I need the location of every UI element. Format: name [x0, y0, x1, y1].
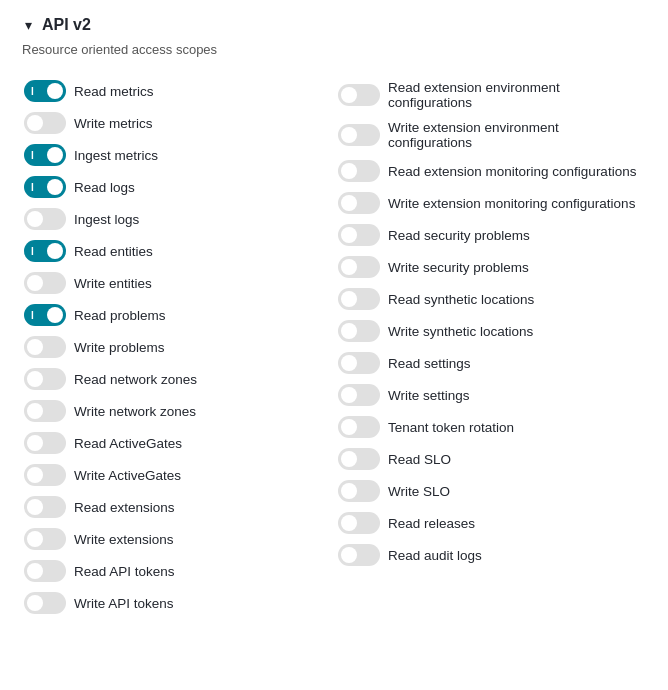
scope-label-write-network-zones: Write network zones: [74, 404, 196, 419]
toggle-switch[interactable]: [24, 560, 66, 582]
toggle-switch[interactable]: [24, 368, 66, 390]
toggle-switch[interactable]: [338, 320, 380, 342]
scope-item-read-ext-env-configs: Read extension environment configuration…: [334, 75, 648, 115]
scope-item-write-network-zones: Write network zones: [20, 395, 334, 427]
scope-item-tenant-token-rotation: Tenant token rotation: [334, 411, 648, 443]
scope-label-write-ext-env-configs: Write extension environment configuratio…: [388, 120, 644, 150]
left-column: Read metricsWrite metricsIngest metricsR…: [20, 75, 334, 619]
scope-label-write-security-problems: Write security problems: [388, 260, 529, 275]
toggle-switch[interactable]: [338, 160, 380, 182]
toggle-switch[interactable]: [24, 464, 66, 486]
scope-item-read-security-problems: Read security problems: [334, 219, 648, 251]
toggle-switch[interactable]: [338, 84, 380, 106]
scope-label-write-settings: Write settings: [388, 388, 470, 403]
toggle-switch[interactable]: [24, 272, 66, 294]
scope-item-write-activegates: Write ActiveGates: [20, 459, 334, 491]
toggle-switch[interactable]: [24, 304, 66, 326]
scope-item-read-logs: Read logs: [20, 171, 334, 203]
scope-label-write-activegates: Write ActiveGates: [74, 468, 181, 483]
section-title: API v2: [42, 16, 91, 34]
scope-label-read-network-zones: Read network zones: [74, 372, 197, 387]
scope-item-write-api-tokens: Write API tokens: [20, 587, 334, 619]
scope-item-read-network-zones: Read network zones: [20, 363, 334, 395]
chevron-icon: ▾: [20, 17, 36, 33]
scope-item-read-problems: Read problems: [20, 299, 334, 331]
toggle-switch[interactable]: [338, 448, 380, 470]
toggle-switch[interactable]: [24, 336, 66, 358]
scope-item-read-metrics: Read metrics: [20, 75, 334, 107]
toggle-switch[interactable]: [24, 80, 66, 102]
right-column: Read extension environment configuration…: [334, 75, 648, 619]
toggle-switch[interactable]: [338, 544, 380, 566]
scope-item-write-metrics: Write metrics: [20, 107, 334, 139]
scope-label-write-problems: Write problems: [74, 340, 165, 355]
scope-label-write-extensions: Write extensions: [74, 532, 174, 547]
section-subtitle: Resource oriented access scopes: [20, 42, 648, 57]
scope-label-write-slo: Write SLO: [388, 484, 450, 499]
toggle-switch[interactable]: [24, 144, 66, 166]
scope-label-read-problems: Read problems: [74, 308, 166, 323]
toggle-switch[interactable]: [338, 256, 380, 278]
scope-label-write-api-tokens: Write API tokens: [74, 596, 174, 611]
toggle-switch[interactable]: [338, 480, 380, 502]
scope-item-read-synthetic-locations: Read synthetic locations: [334, 283, 648, 315]
toggle-switch[interactable]: [338, 124, 380, 146]
scope-item-write-slo: Write SLO: [334, 475, 648, 507]
scope-item-read-releases: Read releases: [334, 507, 648, 539]
scope-item-write-settings: Write settings: [334, 379, 648, 411]
scope-item-read-settings: Read settings: [334, 347, 648, 379]
toggle-switch[interactable]: [24, 432, 66, 454]
toggle-switch[interactable]: [338, 384, 380, 406]
scope-label-read-logs: Read logs: [74, 180, 135, 195]
scope-label-read-extensions: Read extensions: [74, 500, 175, 515]
section-header[interactable]: ▾ API v2: [20, 16, 648, 34]
toggle-switch[interactable]: [338, 512, 380, 534]
scope-label-read-slo: Read SLO: [388, 452, 451, 467]
scope-item-read-audit-logs: Read audit logs: [334, 539, 648, 571]
scope-item-read-ext-mon-configs: Read extension monitoring configurations: [334, 155, 648, 187]
scope-item-ingest-logs: Ingest logs: [20, 203, 334, 235]
scope-label-read-audit-logs: Read audit logs: [388, 548, 482, 563]
toggle-switch[interactable]: [24, 592, 66, 614]
toggle-switch[interactable]: [24, 528, 66, 550]
scope-label-write-metrics: Write metrics: [74, 116, 153, 131]
toggle-switch[interactable]: [24, 176, 66, 198]
toggle-switch[interactable]: [24, 112, 66, 134]
scope-label-read-releases: Read releases: [388, 516, 475, 531]
toggle-switch[interactable]: [338, 288, 380, 310]
scope-label-read-settings: Read settings: [388, 356, 471, 371]
scope-label-read-activegates: Read ActiveGates: [74, 436, 182, 451]
scope-item-write-entities: Write entities: [20, 267, 334, 299]
scope-item-write-problems: Write problems: [20, 331, 334, 363]
scope-item-read-entities: Read entities: [20, 235, 334, 267]
toggle-switch[interactable]: [24, 240, 66, 262]
toggle-switch[interactable]: [338, 224, 380, 246]
scope-item-ingest-metrics: Ingest metrics: [20, 139, 334, 171]
scope-item-read-activegates: Read ActiveGates: [20, 427, 334, 459]
scope-item-read-api-tokens: Read API tokens: [20, 555, 334, 587]
scope-label-read-api-tokens: Read API tokens: [74, 564, 175, 579]
scope-label-read-ext-env-configs: Read extension environment configuration…: [388, 80, 644, 110]
scope-label-write-entities: Write entities: [74, 276, 152, 291]
scope-label-read-entities: Read entities: [74, 244, 153, 259]
scope-label-write-ext-mon-configs: Write extension monitoring configuration…: [388, 196, 635, 211]
scope-item-read-slo: Read SLO: [334, 443, 648, 475]
toggle-switch[interactable]: [24, 208, 66, 230]
toggle-switch[interactable]: [338, 192, 380, 214]
scope-item-write-ext-env-configs: Write extension environment configuratio…: [334, 115, 648, 155]
scopes-grid: Read metricsWrite metricsIngest metricsR…: [20, 75, 648, 619]
scope-item-write-extensions: Write extensions: [20, 523, 334, 555]
scope-item-write-security-problems: Write security problems: [334, 251, 648, 283]
scope-item-write-ext-mon-configs: Write extension monitoring configuration…: [334, 187, 648, 219]
toggle-switch[interactable]: [338, 416, 380, 438]
scope-label-write-synthetic-locations: Write synthetic locations: [388, 324, 533, 339]
scope-label-read-ext-mon-configs: Read extension monitoring configurations: [388, 164, 636, 179]
scope-label-ingest-logs: Ingest logs: [74, 212, 139, 227]
scope-label-read-security-problems: Read security problems: [388, 228, 530, 243]
scope-label-tenant-token-rotation: Tenant token rotation: [388, 420, 514, 435]
scope-label-ingest-metrics: Ingest metrics: [74, 148, 158, 163]
toggle-switch[interactable]: [338, 352, 380, 374]
toggle-switch[interactable]: [24, 400, 66, 422]
scope-item-write-synthetic-locations: Write synthetic locations: [334, 315, 648, 347]
toggle-switch[interactable]: [24, 496, 66, 518]
